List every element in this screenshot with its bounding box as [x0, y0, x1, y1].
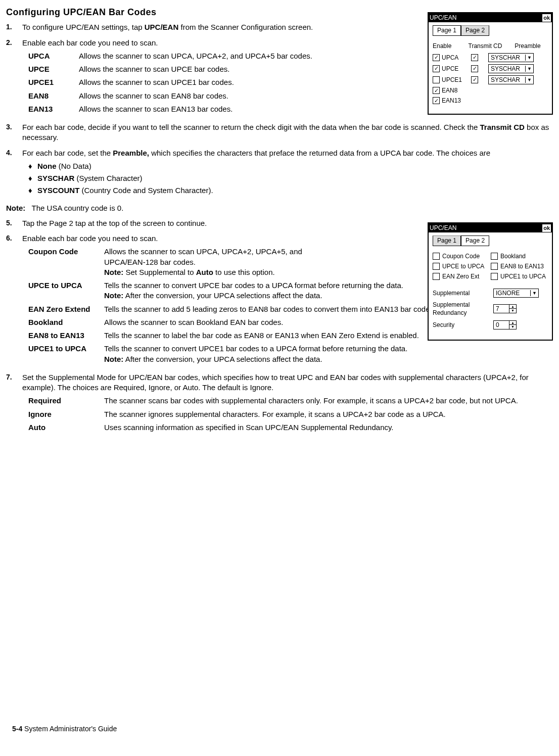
term-upce-to-upca: UPCE to UPCA: [28, 280, 104, 301]
dialog1-column-headers: Enable Transmit CD Preamble: [433, 42, 548, 50]
def-required: The scanner scans bar codes with supplem…: [104, 396, 553, 406]
checkbox-bookland[interactable]: [491, 253, 498, 260]
select-supplemental[interactable]: IGNORE▼: [493, 289, 539, 298]
row-upce1: UPCE1 ✓ SYSCHAR▼: [433, 75, 548, 84]
dialog-upc-ean-page2: UPC/EAN ok Page 1 Page 2 Coupon Code Boo…: [428, 222, 553, 340]
label-ean8: EAN8: [442, 86, 468, 94]
label-upce1-to-upca: UPCE1 to UPCA: [500, 272, 546, 280]
step-1-text: To configure UPC/EAN settings, tap UPC/E…: [22, 22, 336, 32]
step-7-text: Set the Supplemental Mode for UPC/EAN ba…: [22, 372, 553, 393]
label-bookland: Bookland: [500, 252, 526, 260]
term-coupon-code: Coupon Code: [28, 247, 104, 277]
arrow-down-icon[interactable]: ▼: [509, 309, 516, 313]
checkbox-coupon-code[interactable]: [433, 253, 440, 260]
term-ean-zero-extend: EAN Zero Extend: [28, 304, 104, 314]
label-upca: UPCA: [442, 54, 468, 62]
step-3-text: For each bar code, decide if you want to…: [22, 122, 553, 143]
def-ean8: Allows the scanner to scan EAN8 bar code…: [79, 91, 336, 101]
label-upce: UPCE: [442, 65, 468, 73]
label-security: Security: [433, 321, 493, 329]
checkbox-upce1-to-upca[interactable]: [491, 273, 498, 280]
row-ean8: ✓ EAN8: [433, 86, 548, 94]
row-ean13: ✓ EAN13: [433, 97, 548, 105]
term-upce: UPCE: [28, 64, 79, 74]
header-enable: Enable: [433, 42, 468, 50]
dialog1-ok-button[interactable]: ok: [542, 14, 551, 22]
tab-page-1[interactable]: Page 1: [433, 235, 461, 246]
step-number: 1.: [6, 22, 22, 32]
checkbox-transmit-upca[interactable]: ✓: [471, 54, 478, 61]
term-ean8: EAN8: [28, 91, 79, 101]
label-ean13: EAN13: [442, 97, 468, 105]
label-upce-to-upca: UPCE to UPCA: [442, 262, 484, 270]
row-upca: ✓ UPCA ✓ SYSCHAR▼: [433, 53, 548, 62]
select-preamble-upca[interactable]: SYSCHAR▼: [488, 53, 534, 62]
note-usa-country: Note: The USA country code is 0.: [6, 203, 553, 213]
label-ean8-to-ean13: EAN8 to EAN13: [500, 262, 544, 270]
checkbox-enable-upce1[interactable]: [433, 76, 440, 83]
checkbox-upce-to-upca[interactable]: [433, 263, 440, 270]
chevron-down-icon: ▼: [525, 77, 533, 83]
arrow-down-icon[interactable]: ▼: [509, 325, 516, 329]
term-auto: Auto: [28, 422, 104, 433]
def-upca: Allows the scanner to scan UPCA, UPCA+2,…: [79, 51, 336, 61]
step-number: 5.: [6, 218, 22, 228]
chevron-down-icon: ▼: [525, 55, 533, 61]
checkbox-transmit-upce[interactable]: ✓: [471, 65, 478, 72]
label-supplemental: Supplemental: [433, 289, 493, 297]
dialog-upc-ean-page1: UPC/EAN ok Page 1 Page 2 Enable Transmit…: [428, 12, 553, 115]
row-upce: ✓ UPCE ✓ SYSCHAR▼: [433, 64, 548, 73]
def-upce1-to-upca: Tells the scanner to convert UPCE1 bar c…: [104, 344, 553, 364]
step-number: 4.: [6, 148, 22, 198]
checkbox-ean-zero-ext[interactable]: [433, 273, 440, 280]
label-coupon-code: Coupon Code: [442, 252, 480, 260]
step-5-text: Tap the Page 2 tap at the top of the scr…: [22, 218, 351, 228]
checkbox-enable-upca[interactable]: ✓: [433, 54, 440, 61]
term-bookland: Bookland: [28, 317, 104, 327]
term-upce1: UPCE1: [28, 77, 79, 87]
term-upca: UPCA: [28, 51, 79, 61]
step-2-text: Enable each bar code you need to scan.: [22, 38, 336, 48]
bullet-syscount: ♦SYSCOUNT (Country Code and System Chara…: [22, 185, 553, 196]
step-4-text: For each bar code, set the Preamble, whi…: [22, 148, 553, 158]
def-auto: Uses scanning information as specified i…: [104, 422, 553, 433]
term-ignore: Ignore: [28, 409, 104, 419]
step-number: 2.: [6, 38, 22, 118]
bullet-none: ♦None (No Data): [22, 161, 553, 171]
step-number: 3.: [6, 122, 22, 143]
header-preamble: Preamble: [502, 42, 548, 50]
step-number: 7.: [6, 372, 22, 436]
bullet-syschar: ♦SYSCHAR (System Character): [22, 173, 553, 183]
term-ean8-to-ean13: EAN8 to EAN13: [28, 330, 104, 341]
arrow-up-icon[interactable]: ▲: [509, 321, 516, 325]
def-upce: Allows the scanner to scan UPCE bar code…: [79, 64, 336, 74]
label-upce1: UPCE1: [442, 76, 468, 84]
chevron-down-icon: ▼: [525, 66, 533, 72]
label-supplemental-redundancy: Supplemental Redundancy: [433, 301, 493, 317]
def-ignore: The scanner ignores supplemental charact…: [104, 409, 553, 419]
select-preamble-upce1[interactable]: SYSCHAR▼: [488, 75, 534, 84]
term-upce1-to-upca: UPCE1 to UPCA: [28, 344, 104, 364]
tab-page-2[interactable]: Page 2: [461, 235, 489, 246]
arrow-up-icon[interactable]: ▲: [509, 305, 516, 309]
dialog2-ok-button[interactable]: ok: [542, 224, 551, 232]
chevron-down-icon: ▼: [530, 290, 538, 296]
dialog2-title: UPC/EAN: [430, 224, 456, 232]
tab-page-1[interactable]: Page 1: [433, 25, 461, 35]
page-footer: 5-4 System Administrator's Guide: [12, 724, 117, 734]
tab-page-2[interactable]: Page 2: [461, 25, 489, 35]
checkbox-ean8-to-ean13[interactable]: [491, 263, 498, 270]
spinner-redundancy[interactable]: 7▲▼: [493, 304, 517, 313]
spinner-security[interactable]: 0▲▼: [493, 320, 517, 329]
checkbox-enable-ean13[interactable]: ✓: [433, 97, 440, 104]
term-ean13: EAN13: [28, 104, 79, 114]
def-ean13: Allows the scanner to scan EAN13 bar cod…: [79, 104, 336, 114]
def-upce1: Allows the scanner to scan UPCE1 bar cod…: [79, 77, 336, 87]
checkbox-enable-upce[interactable]: ✓: [433, 65, 440, 72]
header-transmit-cd: Transmit CD: [468, 42, 502, 50]
dialog1-title: UPC/EAN: [430, 14, 456, 22]
select-preamble-upce[interactable]: SYSCHAR▼: [488, 64, 534, 73]
checkbox-transmit-upce1[interactable]: ✓: [471, 76, 478, 83]
term-required: Required: [28, 396, 104, 406]
checkbox-enable-ean8[interactable]: ✓: [433, 87, 440, 94]
